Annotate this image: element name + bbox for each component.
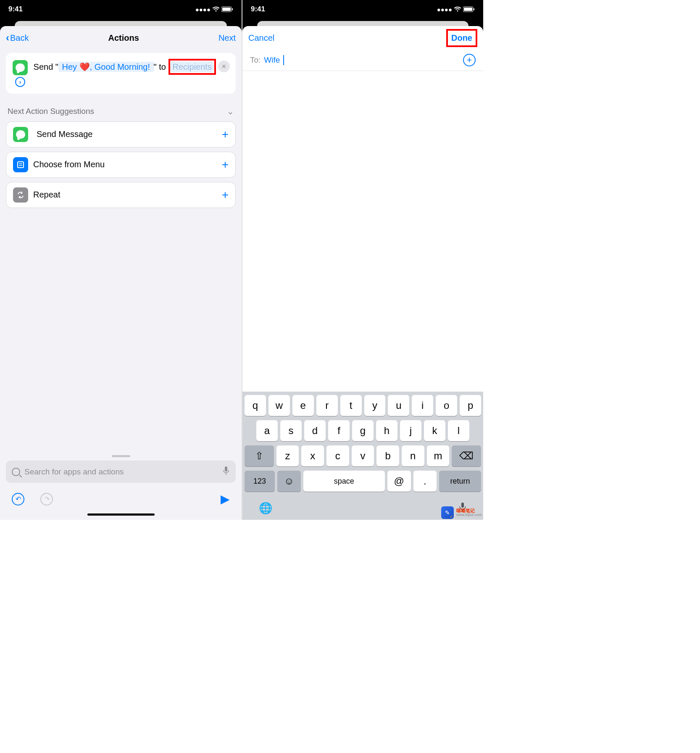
chevron-left-icon: ‹ <box>6 32 9 44</box>
globe-icon[interactable]: 🌐 <box>259 502 272 516</box>
run-shortcut-button[interactable]: ▶ <box>221 492 230 506</box>
suggestion-label: Choose from Menu <box>33 160 105 169</box>
suggestion-repeat[interactable]: Repeat + <box>6 182 236 208</box>
back-label: Back <box>10 33 29 43</box>
at-key[interactable]: @ <box>387 471 411 492</box>
drag-handle[interactable] <box>112 455 130 457</box>
messages-app-icon <box>13 60 28 75</box>
battery-icon <box>463 6 475 12</box>
key-z[interactable]: z <box>276 445 299 466</box>
key-e[interactable]: e <box>292 395 314 416</box>
suggestion-label: Send Message <box>37 129 92 139</box>
key-b[interactable]: b <box>376 445 399 466</box>
svg-rect-1 <box>222 8 231 11</box>
key-g[interactable]: g <box>352 420 374 441</box>
key-l[interactable]: l <box>448 420 469 441</box>
actions-sheet: ‹ Back Actions Next Send " Hey ❤️, Good … <box>0 26 242 520</box>
recipients-token[interactable]: Recipients <box>170 61 214 72</box>
svg-rect-8 <box>464 8 472 11</box>
suggestion-label: Repeat <box>33 190 61 200</box>
key-n[interactable]: n <box>402 445 424 466</box>
menu-icon <box>13 157 28 172</box>
plus-icon[interactable]: + <box>222 128 229 141</box>
cancel-button[interactable]: Cancel <box>248 33 274 43</box>
done-button[interactable]: Done <box>451 33 472 43</box>
search-placeholder: Search for apps and actions <box>24 467 124 477</box>
undo-button[interactable]: ↶ <box>12 493 24 506</box>
backspace-key[interactable]: ⌫ <box>452 445 481 466</box>
phone-right: 9:41 ●●●● Cancel Done To: Wife + q w e <box>242 0 483 520</box>
send-message-action-card[interactable]: Send " Hey ❤️, Good Morning! " to Recipi… <box>6 53 236 94</box>
to-value[interactable]: Wife <box>264 55 280 65</box>
key-i[interactable]: i <box>412 395 433 416</box>
key-t[interactable]: t <box>340 395 362 416</box>
shift-key[interactable]: ⇧ <box>245 445 274 466</box>
space-key[interactable]: space <box>303 471 385 492</box>
message-body-token[interactable]: Hey ❤️, Good Morning! <box>58 62 154 72</box>
suggestion-choose-from-menu[interactable]: Choose from Menu + <box>6 152 236 178</box>
page-title: Actions <box>108 33 139 43</box>
key-r[interactable]: r <box>316 395 338 416</box>
expand-action-icon[interactable]: › <box>15 77 25 87</box>
svg-rect-2 <box>232 8 233 11</box>
messages-app-icon <box>13 127 28 142</box>
key-y[interactable]: y <box>364 395 386 416</box>
status-icons: ●●●● <box>195 6 233 13</box>
key-o[interactable]: o <box>436 395 457 416</box>
key-q[interactable]: q <box>245 395 266 416</box>
keyboard-row-4: 123 ☺ space @ . return <box>245 471 481 492</box>
send-midfix: " to <box>154 62 168 71</box>
key-j[interactable]: j <box>400 420 421 441</box>
emoji-key[interactable]: ☺ <box>277 471 301 492</box>
key-s[interactable]: s <box>280 420 302 441</box>
wifi-icon <box>454 6 461 12</box>
suggestions-header[interactable]: Next Action Suggestions ⌄ <box>0 97 242 121</box>
key-d[interactable]: d <box>304 420 326 441</box>
key-k[interactable]: k <box>424 420 445 441</box>
plus-icon[interactable]: + <box>222 158 229 171</box>
numbers-key[interactable]: 123 <box>245 471 275 492</box>
next-button[interactable]: Next <box>218 33 236 43</box>
watermark: ✎ 嘻嘻笔记 www.bijixx.com <box>441 506 482 519</box>
suggestion-send-message[interactable]: Send Message + <box>6 121 236 147</box>
chevron-down-icon: ⌄ <box>227 106 234 116</box>
svg-rect-9 <box>474 8 474 11</box>
recipients-sheet: Cancel Done To: Wife + q w e r t y u i o <box>242 26 483 520</box>
key-v[interactable]: v <box>352 445 374 466</box>
key-m[interactable]: m <box>427 445 450 466</box>
recipients-highlight-box: Recipients <box>168 59 216 75</box>
dot-key[interactable]: . <box>413 471 437 492</box>
bottom-controls: ↶ ↷ ▶ <box>0 486 242 512</box>
key-c[interactable]: c <box>326 445 349 466</box>
to-field-row[interactable]: To: Wife + <box>242 50 483 71</box>
bottom-panel: Search for apps and actions ↶ ↷ ▶ <box>0 453 242 520</box>
clear-action-button[interactable]: ✕ <box>218 61 230 72</box>
keyboard-row-3: ⇧ z x c v b n m ⌫ <box>245 445 481 466</box>
status-time: 9:41 <box>8 5 23 13</box>
back-button[interactable]: ‹ Back <box>6 32 29 44</box>
svg-rect-3 <box>18 162 24 168</box>
key-a[interactable]: a <box>256 420 278 441</box>
key-f[interactable]: f <box>328 420 350 441</box>
plus-icon[interactable]: + <box>222 188 229 202</box>
key-p[interactable]: p <box>460 395 481 416</box>
search-bar[interactable]: Search for apps and actions <box>6 461 236 483</box>
add-contact-button[interactable]: + <box>463 54 476 66</box>
key-w[interactable]: w <box>268 395 290 416</box>
return-key[interactable]: return <box>439 471 481 492</box>
text-cursor <box>283 55 284 65</box>
keyboard: q w e r t y u i o p a s d f g h j k l <box>242 392 483 520</box>
mic-icon[interactable] <box>222 466 230 478</box>
svg-rect-6 <box>225 466 227 471</box>
status-bar: 9:41 ●●●● <box>0 0 242 18</box>
key-u[interactable]: u <box>388 395 409 416</box>
keyboard-row-1: q w e r t y u i o p <box>245 395 481 416</box>
watermark-icon: ✎ <box>441 506 454 519</box>
to-label: To: <box>250 55 261 65</box>
key-x[interactable]: x <box>301 445 324 466</box>
status-time: 9:41 <box>251 5 265 13</box>
key-h[interactable]: h <box>376 420 397 441</box>
search-icon <box>12 468 20 476</box>
nav-bar: Cancel Done <box>242 26 483 50</box>
home-indicator[interactable] <box>87 513 155 516</box>
